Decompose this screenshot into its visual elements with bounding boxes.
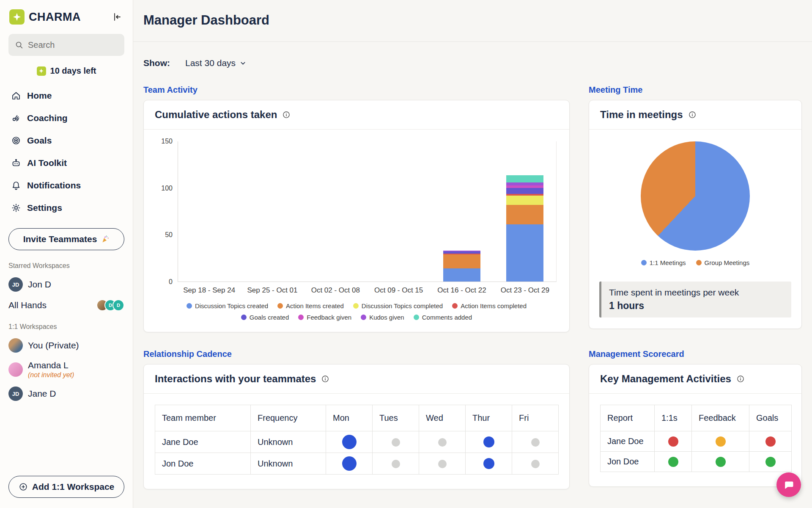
party-popper-icon	[101, 235, 110, 243]
legend-item: Kudos given	[361, 314, 404, 321]
interactions-table: Team memberFrequencyMonTuesWedThurFri Ja…	[155, 405, 559, 475]
home-icon	[11, 91, 21, 101]
pie-legend: 1:1 MeetingsGroup Meetings	[641, 259, 750, 266]
day-cell	[419, 453, 466, 475]
legend-item: Comments added	[414, 314, 472, 321]
date-range-value: Last 30 days	[185, 58, 236, 68]
trial-text: 10 days left	[50, 66, 96, 76]
legend-item: Goals created	[241, 314, 289, 321]
legend-label: Comments added	[422, 314, 472, 321]
workspace-item-you-private[interactable]: You (Private)	[8, 338, 124, 353]
team-member-cell: Jane Doe	[155, 431, 251, 453]
interaction-dot	[531, 438, 540, 447]
interaction-dot	[342, 456, 357, 471]
bar-segment	[443, 254, 480, 268]
info-icon[interactable]	[321, 375, 329, 383]
day-cell	[326, 453, 373, 475]
chat-bubble-icon	[783, 479, 795, 491]
status-dot	[716, 457, 726, 467]
nav-label: Home	[27, 91, 52, 101]
table-row: Jane DoeUnknown	[155, 431, 559, 453]
chat-launcher-button[interactable]	[776, 472, 801, 497]
workspace-item-all-hands[interactable]: All Hands D D	[8, 299, 124, 311]
legend-item: Discussion Topics completed	[353, 302, 443, 309]
legend-label: Discussion Topics completed	[362, 302, 443, 309]
legend-dot	[353, 303, 359, 309]
sidebar-item-goals[interactable]: Goals	[8, 129, 124, 152]
charma-logo-icon	[9, 9, 25, 25]
info-icon[interactable]	[688, 110, 697, 119]
coaching-icon	[11, 113, 21, 123]
goals-icon	[11, 135, 21, 146]
filter-row: Show: Last 30 days	[143, 58, 802, 68]
team-activity-heading: Team Activity	[143, 85, 570, 95]
workspace-name: All Hands	[8, 300, 47, 310]
status-cell	[692, 452, 749, 472]
table-header-row: Report1:1sFeedbackGoals	[601, 405, 792, 431]
day-cell	[326, 431, 373, 453]
workspace-name: Jane D	[28, 389, 56, 399]
interaction-dot	[342, 435, 357, 449]
y-tick-label: 0	[169, 278, 173, 286]
avatar: JD	[8, 277, 23, 292]
x-tick-label: Oct 16 - Oct 22	[430, 286, 493, 295]
legend-label: Goals created	[250, 314, 289, 321]
legend-item: Group Meetings	[696, 259, 750, 266]
sidebar-item-coaching[interactable]: Coaching	[8, 107, 124, 129]
legend-label: Group Meetings	[705, 259, 750, 266]
workspace-name: Jon D	[28, 279, 51, 290]
workspace-item-amanda-l[interactable]: Amanda L (not invited yet)	[8, 360, 124, 379]
robot-icon	[11, 158, 21, 168]
summary-label: Time spent in meetings per week	[609, 287, 784, 298]
invite-teammates-button[interactable]: Invite Teammates	[8, 228, 124, 250]
add-workspace-button[interactable]: Add 1:1 Workspace	[8, 476, 124, 498]
add-workspace-label: Add 1:1 Workspace	[32, 482, 115, 492]
logo-text: CHARMA	[29, 11, 81, 24]
legend-item: Action Items created	[277, 302, 344, 309]
info-icon[interactable]	[736, 375, 745, 383]
nav-label: Settings	[27, 203, 62, 213]
sidebar-item-home[interactable]: Home	[8, 84, 124, 107]
column-header: Goals	[749, 405, 792, 431]
show-label: Show:	[143, 58, 170, 68]
workspace-name: Amanda L	[28, 360, 74, 370]
bar-stack	[191, 141, 228, 282]
legend-item: 1:1 Meetings	[641, 259, 686, 266]
legend-item: Discussion Topics created	[187, 302, 268, 309]
column-header: Mon	[326, 405, 373, 431]
sidebar-item-settings[interactable]: Settings	[8, 196, 124, 219]
workspace-name: You (Private)	[28, 340, 79, 351]
legend-dot	[241, 315, 247, 320]
nav-label: AI Toolkit	[27, 158, 67, 168]
relationship-cadence-heading: Relationship Cadence	[143, 349, 570, 359]
card-title: Key Management Activities	[600, 373, 731, 385]
collapse-sidebar-icon[interactable]	[110, 10, 123, 24]
workspace-item-jon-d[interactable]: JD Jon D	[8, 277, 124, 292]
page-title: Manager Dashboard	[143, 13, 802, 28]
info-icon[interactable]	[282, 110, 291, 119]
table-header-row: Team memberFrequencyMonTuesWedThurFri	[155, 405, 559, 431]
scorecard-table: Report1:1sFeedbackGoals Jane DoeJon Doe	[600, 405, 792, 472]
status-cell	[655, 452, 692, 472]
workspace-item-jane-d[interactable]: JD Jane D	[8, 387, 124, 401]
avatar: JD	[8, 387, 23, 401]
date-range-dropdown[interactable]: Last 30 days	[185, 58, 247, 68]
column-header: Team member	[155, 405, 251, 431]
nav-label: Notifications	[27, 180, 81, 190]
card-title: Cumulative actions taken	[155, 109, 277, 121]
one-on-one-workspaces-label: 1:1 Workspaces	[8, 323, 124, 331]
search-input[interactable]	[28, 40, 118, 50]
meeting-time-heading: Meeting Time	[589, 85, 802, 95]
sidebar-item-notifications[interactable]: Notifications	[8, 174, 124, 196]
sidebar-nav: Home Coaching Goals AI Toolkit Notificat…	[8, 84, 124, 219]
bar-slot	[178, 141, 241, 282]
starred-workspaces-label: Starred Workspaces	[8, 262, 124, 270]
plus-circle-icon	[19, 482, 28, 491]
management-scorecard-section: Management Scorecard Key Management Acti…	[589, 349, 802, 487]
stacked-bar-chart: 050100150 Sep 18 - Sep 24Sep 25 - Oct 01…	[144, 130, 569, 332]
sidebar-item-ai-toolkit[interactable]: AI Toolkit	[8, 152, 124, 174]
search-bar[interactable]	[8, 34, 124, 56]
charma-logo[interactable]: CHARMA	[9, 9, 81, 25]
legend-dot	[641, 260, 647, 265]
legend-dot	[187, 303, 192, 309]
